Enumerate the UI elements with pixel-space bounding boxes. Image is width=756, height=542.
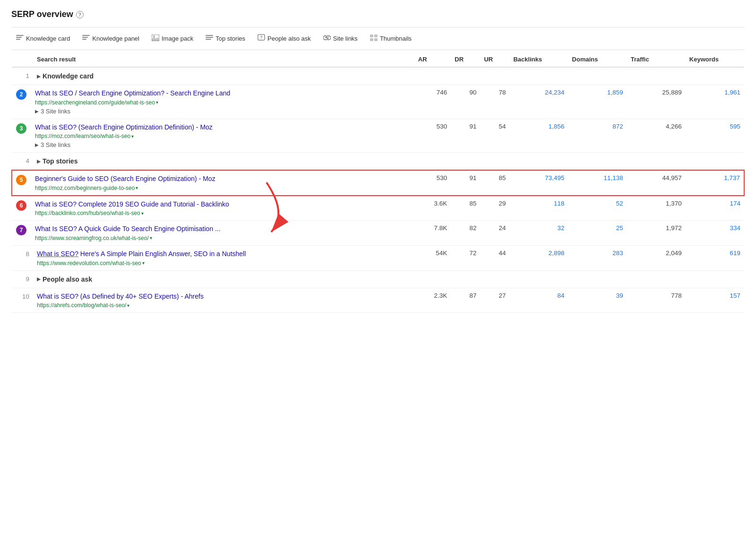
ar-cell: 7.8K bbox=[414, 221, 451, 246]
backlinks-cell[interactable]: 24,234 bbox=[509, 85, 568, 119]
keywords-cell[interactable]: 619 bbox=[686, 245, 744, 270]
backlinks-cell[interactable]: 84 bbox=[509, 288, 568, 313]
col-header-domains: Domains bbox=[568, 50, 627, 67]
svg-rect-16 bbox=[374, 34, 378, 37]
url-dropdown-arrow[interactable]: ▾ bbox=[150, 235, 152, 241]
keywords-cell[interactable]: 174 bbox=[686, 196, 744, 221]
site-links-toggle[interactable]: ▶3 Site links bbox=[35, 141, 411, 148]
domains-cell[interactable]: 872 bbox=[568, 119, 627, 153]
row-number: 8 bbox=[12, 245, 33, 270]
filter-site-links-label: Site links bbox=[333, 35, 358, 42]
backlinks-cell[interactable]: 32 bbox=[509, 221, 568, 246]
result-url: https://searchengineland.com/guide/what-… bbox=[35, 99, 411, 106]
backlinks-cell[interactable]: 118 bbox=[509, 196, 568, 221]
ur-cell: 27 bbox=[480, 288, 509, 313]
result-url-text: https://searchengineland.com/guide/what-… bbox=[35, 99, 155, 106]
section-row: 9▶People also ask bbox=[12, 270, 744, 288]
result-url: https://backlinko.com/hub/seo/what-is-se… bbox=[35, 210, 411, 216]
result-url-text: https://moz.com/beginners-guide-to-seo bbox=[35, 185, 135, 191]
result-title-link[interactable]: What is SEO? (As Defined by 40+ SEO Expe… bbox=[37, 293, 204, 300]
filter-thumbnails[interactable]: Thumbnails bbox=[365, 33, 416, 44]
domains-cell[interactable]: 11,138 bbox=[568, 170, 627, 196]
page-title: SERP overview ? bbox=[11, 9, 745, 19]
keywords-cell[interactable]: 157 bbox=[686, 288, 744, 313]
filter-knowledge-panel[interactable]: Knowledge panel bbox=[77, 33, 144, 44]
filter-thumbnails-label: Thumbnails bbox=[380, 35, 412, 42]
col-header-ar: AR bbox=[414, 50, 451, 67]
table-row: 10What is SEO? (As Defined by 40+ SEO Ex… bbox=[12, 288, 744, 313]
backlinks-cell[interactable]: 2,898 bbox=[509, 245, 568, 270]
filter-image-pack[interactable]: Image pack bbox=[147, 33, 198, 44]
section-label-text: Knowledge card bbox=[43, 72, 94, 80]
result-title-link[interactable]: What is SEO? Complete 2019 SEO Guide and… bbox=[35, 200, 229, 208]
backlinks-cell[interactable]: 1,856 bbox=[509, 119, 568, 153]
url-dropdown-arrow[interactable]: ▾ bbox=[127, 303, 129, 308]
filter-people-also-ask[interactable]: ? People also ask bbox=[253, 32, 316, 45]
domains-cell[interactable]: 25 bbox=[568, 221, 627, 246]
result-title-link[interactable]: What is SEO? Here's A Simple Plain Engli… bbox=[37, 250, 246, 258]
filter-top-stories[interactable]: Top stories bbox=[201, 33, 250, 44]
filter-site-links[interactable]: Site links bbox=[318, 33, 362, 44]
result-url-text: https://moz.com/learn/seo/what-is-seo bbox=[35, 133, 130, 139]
filter-knowledge-card[interactable]: Knowledge card bbox=[11, 33, 75, 44]
url-dropdown-arrow[interactable]: ▾ bbox=[141, 211, 144, 216]
ar-cell: 3.6K bbox=[414, 196, 451, 221]
filter-knowledge-panel-label: Knowledge panel bbox=[92, 35, 139, 42]
svg-rect-4 bbox=[82, 37, 88, 38]
result-url-text: https://ahrefs.com/blog/what-is-seo/ bbox=[37, 302, 126, 309]
keywords-cell[interactable]: 595 bbox=[686, 119, 744, 153]
table-row: 8What is SEO? Here's A Simple Plain Engl… bbox=[12, 245, 744, 270]
ur-cell: 54 bbox=[480, 119, 509, 153]
result-cell: What Is SEO? A Quick Guide To Search Eng… bbox=[33, 221, 414, 246]
result-title-link[interactable]: What is SEO? (Search Engine Optimization… bbox=[35, 123, 213, 131]
result-title-link[interactable]: What Is SEO / Search Engine Optimization… bbox=[35, 89, 230, 97]
col-header-ur: UR bbox=[480, 50, 509, 67]
domains-cell[interactable]: 52 bbox=[568, 196, 627, 221]
filter-top-stories-label: Top stories bbox=[215, 35, 245, 42]
row-number: 6 bbox=[12, 196, 33, 221]
filter-knowledge-card-label: Knowledge card bbox=[26, 35, 70, 42]
domains-cell[interactable]: 283 bbox=[568, 245, 627, 270]
keywords-cell[interactable]: 1,737 bbox=[686, 170, 744, 196]
section-row: 1▶Knowledge card bbox=[12, 67, 744, 85]
svg-rect-17 bbox=[370, 38, 373, 41]
knowledge-card-icon bbox=[16, 35, 24, 43]
ar-cell: 746 bbox=[414, 85, 451, 119]
result-url-text: https://www.screamingfrog.co.uk/what-is-… bbox=[35, 235, 149, 241]
table-row: 2What Is SEO / Search Engine Optimizatio… bbox=[12, 85, 744, 119]
section-toggle-icon[interactable]: ▶ bbox=[37, 276, 41, 282]
row-number: 4 bbox=[12, 153, 33, 171]
section-toggle-icon[interactable]: ▶ bbox=[37, 74, 41, 79]
help-icon[interactable]: ? bbox=[76, 11, 84, 18]
svg-rect-1 bbox=[16, 37, 22, 38]
ur-cell: 24 bbox=[480, 221, 509, 246]
section-label: ▶Top stories bbox=[33, 153, 744, 171]
title-text: SERP overview bbox=[11, 9, 73, 19]
result-title-link[interactable]: What Is SEO? A Quick Guide To Search Eng… bbox=[35, 225, 221, 232]
url-dropdown-arrow[interactable]: ▾ bbox=[156, 100, 158, 105]
keywords-cell[interactable]: 1,961 bbox=[686, 85, 744, 119]
result-title-link[interactable]: Beginner's Guide to SEO (Search Engine O… bbox=[35, 175, 215, 182]
url-dropdown-arrow[interactable]: ▾ bbox=[142, 260, 145, 266]
result-badge: 2 bbox=[16, 89, 26, 100]
result-url: https://www.redevolution.com/what-is-seo… bbox=[37, 260, 411, 267]
ur-cell: 78 bbox=[480, 85, 509, 119]
url-dropdown-arrow[interactable]: ▾ bbox=[136, 185, 138, 190]
ur-cell: 85 bbox=[480, 170, 509, 196]
section-label-text: Top stories bbox=[43, 157, 77, 165]
backlinks-cell[interactable]: 73,495 bbox=[509, 170, 568, 196]
section-toggle-icon[interactable]: ▶ bbox=[37, 159, 41, 164]
result-cell: What is SEO? (As Defined by 40+ SEO Expe… bbox=[33, 288, 414, 313]
traffic-cell: 1,370 bbox=[627, 196, 686, 221]
col-header-search-result: Search result bbox=[33, 50, 414, 67]
domains-cell[interactable]: 39 bbox=[568, 288, 627, 313]
row-number: 1 bbox=[12, 67, 33, 85]
table-row: 5Beginner's Guide to SEO (Search Engine … bbox=[12, 170, 744, 196]
svg-rect-11 bbox=[206, 39, 211, 40]
site-links-toggle[interactable]: ▶3 Site links bbox=[35, 108, 411, 115]
url-dropdown-arrow[interactable]: ▾ bbox=[131, 134, 134, 139]
row-number: 2 bbox=[12, 85, 33, 119]
section-label: ▶People also ask bbox=[33, 270, 744, 288]
domains-cell[interactable]: 1,859 bbox=[568, 85, 627, 119]
keywords-cell[interactable]: 334 bbox=[686, 221, 744, 246]
